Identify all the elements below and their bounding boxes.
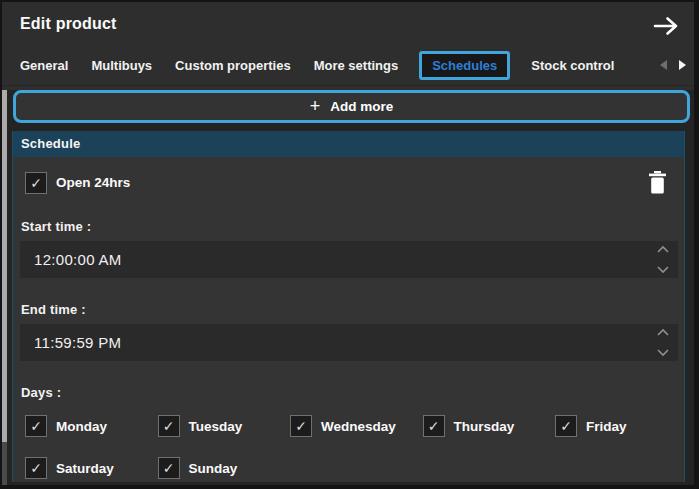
start-time-value: 12:00:00 AM [34,251,122,268]
tab-multibuys[interactable]: Multibuys [91,58,152,73]
sunday-checkbox[interactable]: ✓ [158,457,180,479]
day-monday: ✓ Monday [20,415,153,437]
end-time-input[interactable]: 11:59:59 PM [20,324,678,361]
tuesday-label: Tuesday [189,419,243,434]
sunday-label: Sunday [189,461,238,476]
dialog-header: Edit product [2,2,694,50]
edit-product-dialog: Edit product General Multibuys Custom pr… [0,0,699,489]
thursday-checkbox[interactable]: ✓ [423,415,445,437]
days-label: Days : [21,385,678,400]
page-title: Edit product [20,15,694,33]
open-24hrs-row: ✓ Open 24hrs [20,171,678,194]
tab-more-settings[interactable]: More settings [314,58,399,73]
spinner-up-icon[interactable] [656,328,670,337]
check-icon: ✓ [163,461,175,475]
day-saturday: ✓ Saturday [20,457,153,479]
add-more-label: Add more [330,99,393,114]
tab-scroll-right-icon[interactable] [679,60,686,70]
days-grid: ✓ Monday ✓ Tuesday ✓ Wednesday ✓ Thursda… [20,415,678,479]
day-friday: ✓ Friday [550,415,683,437]
tab-bar: General Multibuys Custom properties More… [2,50,694,86]
content-area: + Add more Schedule ✓ Open 24hrs [2,90,694,489]
check-icon: ✓ [560,419,572,433]
check-icon: ✓ [30,419,42,433]
schedule-form: ✓ Open 24hrs Start time : 12:00:00 AM [13,157,684,479]
day-wednesday: ✓ Wednesday [285,415,418,437]
start-time-label: Start time : [21,219,678,234]
spinner-down-icon[interactable] [656,348,670,357]
tab-scroll-controls [660,60,686,70]
end-time-value: 11:59:59 PM [34,334,121,351]
delete-schedule-trash-icon[interactable] [648,171,667,194]
saturday-checkbox[interactable]: ✓ [25,457,47,479]
start-time-input[interactable]: 12:00:00 AM [20,241,678,278]
end-time-spinners [656,328,670,357]
tab-custom-properties[interactable]: Custom properties [175,58,291,73]
tab-stock-control[interactable]: Stock control [531,58,614,73]
schedule-card: Schedule ✓ Open 24hrs Start time : [12,131,685,482]
forward-arrow-icon[interactable] [652,15,680,37]
schedule-section-header: Schedule [13,131,684,157]
check-icon: ✓ [163,419,175,433]
spinner-up-icon[interactable] [656,245,670,254]
monday-checkbox[interactable]: ✓ [25,415,47,437]
start-time-spinners [656,245,670,274]
day-thursday: ✓ Thursday [418,415,551,437]
check-icon: ✓ [428,419,440,433]
spinner-down-icon[interactable] [656,265,670,274]
wednesday-label: Wednesday [321,419,396,434]
open-24hrs-label: Open 24hrs [56,175,130,190]
tab-general[interactable]: General [20,58,68,73]
monday-label: Monday [56,419,107,434]
check-icon: ✓ [30,461,42,475]
add-more-button[interactable]: + Add more [13,90,690,123]
day-sunday: ✓ Sunday [153,457,286,479]
check-icon: ✓ [295,419,307,433]
wednesday-checkbox[interactable]: ✓ [290,415,312,437]
day-tuesday: ✓ Tuesday [153,415,286,437]
plus-icon: + [310,97,321,115]
left-scrollbar-track[interactable] [2,90,7,489]
left-scrollbar-thumb[interactable] [2,90,7,442]
friday-label: Friday [586,419,627,434]
friday-checkbox[interactable]: ✓ [555,415,577,437]
end-time-label: End time : [21,302,678,317]
check-icon: ✓ [30,176,42,190]
saturday-label: Saturday [56,461,114,476]
tab-scroll-left-icon[interactable] [660,60,667,70]
tuesday-checkbox[interactable]: ✓ [158,415,180,437]
open-24hrs-checkbox[interactable]: ✓ [25,172,47,194]
tab-schedules[interactable]: Schedules [419,51,510,80]
tab-comments[interactable]: Commen [637,58,642,73]
thursday-label: Thursday [454,419,515,434]
